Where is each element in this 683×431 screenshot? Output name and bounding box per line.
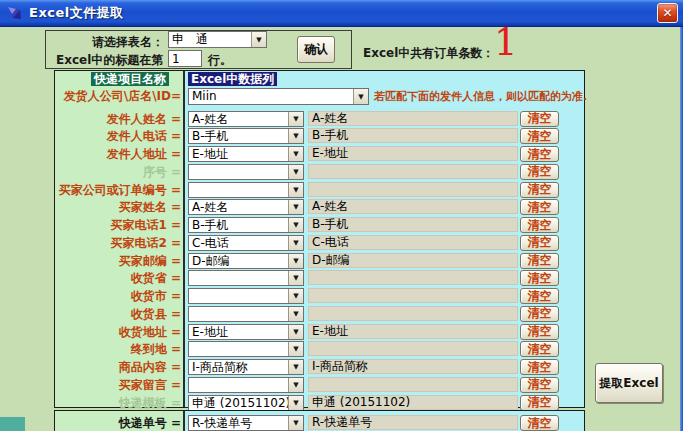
column-dropdown-value: B-手机: [189, 129, 288, 143]
row-label: 发件人姓名 =: [57, 111, 181, 127]
mapped-column-display: [308, 288, 518, 303]
column-dropdown-value: B-手机: [189, 218, 288, 232]
dropdown-arrow-icon: ▼: [288, 254, 303, 268]
sender-company-dropdown[interactable]: Miin ▼: [188, 88, 369, 105]
dropdown-arrow-icon: ▼: [288, 165, 303, 179]
column-dropdown-value: C-电话: [189, 236, 288, 250]
clear-button[interactable]: 清空: [520, 164, 559, 180]
dropdown-arrow-icon: ▼: [288, 200, 303, 214]
mapping-row: 买家电话1 =B-手机▼B-手机清空: [55, 217, 584, 233]
clear-button[interactable]: 清空: [520, 324, 559, 340]
column-dropdown[interactable]: B-手机▼: [188, 128, 304, 144]
dialog-window: Excel文件提取 ✕ 请选择表名： 申 通 ▼ 确认 Excel中的标题在第 …: [0, 0, 683, 431]
tracking-panel: 快递单号 = R-快递单号 ▼ R-快递单号 清空: [54, 410, 585, 431]
title-row-input[interactable]: [168, 50, 202, 67]
mapping-row: 商品内容 =I-商品简称▼I-商品简称清空: [55, 359, 584, 375]
clear-button[interactable]: 清空: [520, 111, 559, 127]
row-label: 收货县 =: [57, 306, 181, 322]
clear-button[interactable]: 清空: [520, 199, 559, 215]
mapped-column-display: [308, 341, 518, 356]
column-dropdown-value: E-地址: [189, 325, 288, 339]
clear-button[interactable]: 清空: [520, 217, 559, 233]
column-dropdown[interactable]: E-地址▼: [188, 146, 304, 162]
row-label: 发件人地址 =: [57, 146, 181, 162]
column-dropdown-value: A-姓名: [189, 112, 288, 126]
column-dropdown[interactable]: A-姓名▼: [188, 111, 304, 127]
column-dropdown[interactable]: ▼: [188, 270, 304, 286]
row-label: 收货地址 =: [57, 324, 181, 340]
left-column-header: 快递项目名称: [91, 72, 169, 86]
row-label: 终到地 =: [57, 341, 181, 357]
column-dropdown-value: E-地址: [189, 147, 288, 161]
app-icon: [6, 4, 24, 22]
clear-button[interactable]: 清空: [520, 182, 559, 198]
mapped-column-display: 申通 (20151102): [308, 395, 518, 410]
mapped-column-display: I-商品简称: [308, 359, 518, 374]
row-label: 序号 =: [57, 164, 181, 180]
column-dropdown[interactable]: I-商品简称▼: [188, 359, 304, 375]
mapped-column-display: A-姓名: [308, 199, 518, 214]
title-row-label: Excel中的标题在第: [56, 52, 163, 69]
mapping-row: 发件人地址 =E-地址▼E-地址清空: [55, 146, 584, 162]
sheet-name-label: 请选择表名：: [50, 34, 164, 51]
sender-company-value: Miin: [189, 89, 353, 104]
column-dropdown[interactable]: ▼: [188, 164, 304, 180]
column-dropdown[interactable]: 申通 (20151102)▼: [188, 395, 304, 411]
row-label: 快递模板 =: [57, 395, 181, 411]
mapping-row: 终到地 =▼清空: [55, 341, 584, 357]
sheet-name-value: 申 通: [169, 32, 251, 47]
mapped-column-display: B-手机: [308, 128, 518, 143]
column-dropdown[interactable]: A-姓名▼: [188, 199, 304, 215]
column-dropdown-value: A-姓名: [189, 200, 288, 214]
column-dropdown[interactable]: D-邮编▼: [188, 253, 304, 269]
mapped-column-display: D-邮编: [308, 253, 518, 268]
clear-button[interactable]: 清空: [520, 359, 559, 375]
mapping-row: 买家电话2 =C-电话▼C-电话清空: [55, 235, 584, 251]
mapped-column-display: [308, 164, 518, 179]
mapped-column-display: [308, 306, 518, 321]
mapped-column-display: E-地址: [308, 146, 518, 161]
dropdown-arrow-icon: ▼: [288, 218, 303, 232]
clear-button[interactable]: 清空: [520, 146, 559, 162]
dropdown-arrow-icon: ▼: [288, 129, 303, 143]
column-dropdown[interactable]: E-地址▼: [188, 324, 304, 340]
clear-button[interactable]: 清空: [520, 253, 559, 269]
dropdown-arrow-icon: ▼: [288, 360, 303, 374]
column-dropdown[interactable]: ▼: [188, 306, 304, 322]
clear-button[interactable]: 清空: [520, 235, 559, 251]
column-dropdown[interactable]: ▼: [188, 341, 304, 357]
column-dropdown[interactable]: ▼: [188, 377, 304, 393]
clear-button[interactable]: 清空: [520, 377, 559, 393]
clear-button[interactable]: 清空: [520, 270, 559, 286]
tracking-number-dropdown[interactable]: R-快递单号 ▼: [188, 415, 304, 431]
dropdown-arrow-icon: ▼: [288, 112, 303, 126]
extract-excel-button[interactable]: 提取Excel: [595, 363, 663, 403]
clear-button[interactable]: 清空: [520, 415, 559, 431]
dropdown-arrow-icon: ▼: [288, 147, 303, 161]
row-label: 快递单号 =: [57, 415, 181, 431]
right-column-header: Excel中数据列: [188, 72, 277, 86]
clear-button[interactable]: 清空: [520, 341, 559, 357]
column-dropdown[interactable]: ▼: [188, 288, 304, 304]
column-dropdown[interactable]: B-手机▼: [188, 217, 304, 233]
clear-button[interactable]: 清空: [520, 306, 559, 322]
mapping-row: 买家姓名 =A-姓名▼A-姓名清空: [55, 199, 584, 215]
clear-button[interactable]: 清空: [520, 128, 559, 144]
clear-button[interactable]: 清空: [520, 288, 559, 304]
order-count-value: 1: [494, 24, 518, 62]
title-row-suffix: 行。: [208, 52, 232, 69]
column-dropdown[interactable]: ▼: [188, 182, 304, 198]
column-dropdown[interactable]: C-电话▼: [188, 235, 304, 251]
mapped-column-display: C-电话: [308, 235, 518, 250]
dropdown-arrow-icon: ▼: [288, 236, 303, 250]
confirm-button[interactable]: 确认: [297, 36, 335, 63]
close-button[interactable]: ✕: [657, 3, 678, 23]
dropdown-arrow-icon: ▼: [353, 89, 368, 104]
column-dropdown-value: [189, 271, 288, 285]
mapping-panel: 快递项目名称 Excel中数据列 发货人公司\店名\ID= Miin ▼ 若匹配…: [54, 70, 585, 408]
mapping-row: 序号 =▼清空: [55, 164, 584, 180]
column-dropdown-value: I-商品简称: [189, 360, 288, 374]
sheet-name-dropdown[interactable]: 申 通 ▼: [168, 31, 267, 48]
title-bar[interactable]: Excel文件提取 ✕: [0, 0, 683, 27]
clear-button[interactable]: 清空: [520, 395, 559, 411]
